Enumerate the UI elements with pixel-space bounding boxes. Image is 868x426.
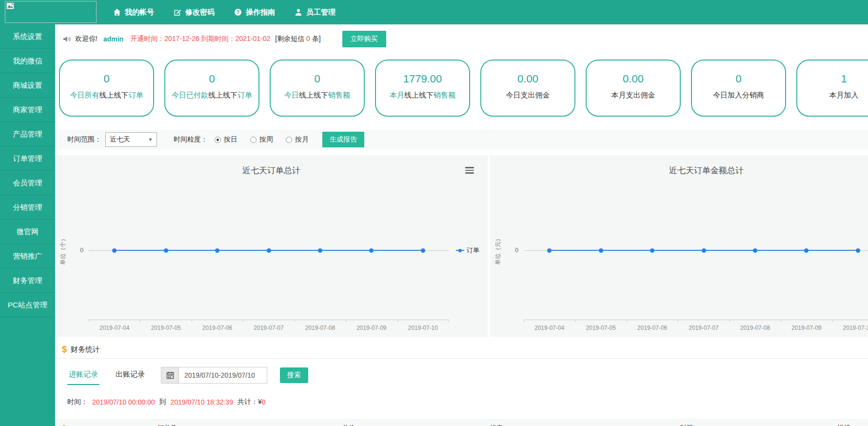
sidebar-item-2[interactable]: 商城设置 [0,73,55,98]
x-axis-label: 2019-07-09 [356,325,386,331]
chart-legend[interactable]: 订单 [456,246,479,255]
radio-button[interactable] [215,137,221,143]
time-start: 2019/07/10 00:00:00 [92,398,155,406]
radio-button[interactable] [286,137,292,143]
legend-label: 订单 [467,246,479,255]
x-axis-label: 2019-07-06 [202,325,232,331]
x-axis-label: 2019-07-04 [534,325,564,331]
x-axis-label: 2019-07-05 [151,325,180,331]
topbar-menu: 我的帐号修改密码?操作指南员工管理 [113,0,335,24]
x-axis-label: 2019-07-06 [637,325,667,331]
chart-panel-orders: 近七天订单总计单位（个）02019-07-042019-07-052019-07… [55,155,488,337]
stat-value: 0 [692,73,785,85]
sidebar-item-6[interactable]: 会员管理 [0,171,55,195]
summary-time-row: 时间： 2019/07/10 00:00:00 到 2019/07/10 18:… [55,398,868,406]
stat-card: 0今日所有线上线下订单 [59,60,154,117]
tab-income-records[interactable]: 进账记录 [67,365,99,385]
total-label: 共计：¥ [237,398,262,406]
stat-card: 0今日加入分销商 [691,60,786,117]
search-button[interactable]: 搜索 [280,367,308,383]
sidebar-item-10[interactable]: 财务管理 [0,268,55,293]
time-end: 2019/07/10 18:32:39 [170,398,233,406]
data-point [599,248,603,253]
x-axis-label: 2019-07-10 [408,325,438,331]
svg-text:?: ? [237,10,239,15]
x-axis-tick [449,320,449,322]
sidebar-item-4[interactable]: 产品管理 [0,122,55,146]
menu-item-my-account[interactable]: 我的帐号 [113,8,154,17]
date-range-input[interactable] [179,367,267,383]
total-value: 0 [262,398,266,406]
time-range-select[interactable]: 近七天 ▼ [105,132,157,147]
records-table-header: #订单号单价状态时间详情 [55,419,868,426]
data-point [702,248,706,253]
question-icon: ? [234,8,242,16]
buy-now-button[interactable]: 立即购买 [342,31,386,47]
x-axis-tick [192,320,192,322]
x-axis-label: 2019-07-10 [843,325,868,331]
y-axis-tick: 0 [74,247,83,254]
stat-label: 今日所有线上线下订单 [60,91,153,100]
stat-label: 今日已付款线上线下订单 [165,91,258,100]
sidebar-item-0[interactable]: 系统设置 [0,24,55,49]
table-header-cell: 单价 [342,424,355,426]
chart-menu-icon[interactable] [465,167,474,175]
sidebar-item-1[interactable]: 我的微信 [0,49,55,73]
stat-card: 1本月加入 [796,60,868,117]
sidebar-item-11[interactable]: PC站点管理 [0,293,55,317]
sidebar-item-8[interactable]: 微官网 [0,220,55,244]
menu-item-guide[interactable]: ?操作指南 [234,8,275,17]
stat-label: 本月加入 [797,91,868,100]
table-header-cell: 时间 [680,424,693,426]
x-axis-tick [627,320,627,322]
generate-report-button[interactable]: 生成报告 [322,132,364,147]
radio-label: 按周 [259,135,273,144]
radio-label: 按月 [295,135,309,144]
sidebar-item-7[interactable]: 分销管理 [0,195,55,220]
stat-label: 今日支出佣金 [481,91,574,100]
granularity-option-by-day[interactable]: 按日 [215,135,237,144]
date-range-picker [161,367,267,384]
x-axis-tick [243,320,243,322]
granularity-label: 时间粒度： [174,135,208,144]
logo-placeholder[interactable] [5,1,97,23]
calendar-icon-button[interactable] [161,367,179,383]
granularity-option-by-month[interactable]: 按月 [286,135,309,144]
charts-row: 近七天订单总计单位（个）02019-07-042019-07-052019-07… [55,155,868,337]
table-header-cell: 订单号 [158,424,177,426]
granularity-option-by-week[interactable]: 按周 [250,135,273,144]
time-label: 时间： [67,398,88,406]
data-point [215,248,219,253]
topbar: 我的帐号修改密码?操作指南员工管理 [0,0,868,24]
menu-item-change-password[interactable]: 修改密码 [174,8,215,17]
data-point [369,248,374,253]
granularity-radio-group: 按日按周按月 [215,135,309,144]
x-axis-label: 2019-07-05 [586,325,615,331]
time-range-value: 近七天 [110,135,148,144]
legend-marker-icon [456,250,464,251]
x-axis-tick [575,320,575,322]
stat-card: 0今日已付款线上线下订单 [164,60,259,117]
dollar-icon: $ [62,345,67,355]
table-header-cell: 详情 [838,424,850,426]
stat-value: 0 [271,73,364,85]
welcome-username: admin [103,35,123,43]
tab-expense-records[interactable]: 出账记录 [114,365,146,385]
x-axis-label: 2019-07-09 [791,325,821,331]
edit-icon [174,8,181,16]
sidebar-item-3[interactable]: 商家管理 [0,98,55,122]
sidebar-item-5[interactable]: 订单管理 [0,146,55,171]
data-point [318,248,322,253]
chart-title: 近七天订单总计 [55,165,488,176]
stat-label: 本月线上线下销售额 [376,91,469,100]
x-axis-label: 2019-07-08 [740,325,770,331]
stat-card: 0.00今日支出佣金 [480,60,575,117]
stats-row: 0今日所有线上线下订单0今日已付款线上线下订单0今日线上线下销售额1779.00… [59,60,868,117]
sidebar-item-9[interactable]: 营销推广 [0,244,55,268]
stat-value: 0 [165,73,258,85]
radio-button[interactable] [250,137,256,143]
table-header-cell: 状态 [490,424,503,426]
menu-item-staff-management[interactable]: 员工管理 [295,8,335,17]
chevron-down-icon: ▼ [148,137,153,142]
stat-value: 0.00 [481,73,574,85]
